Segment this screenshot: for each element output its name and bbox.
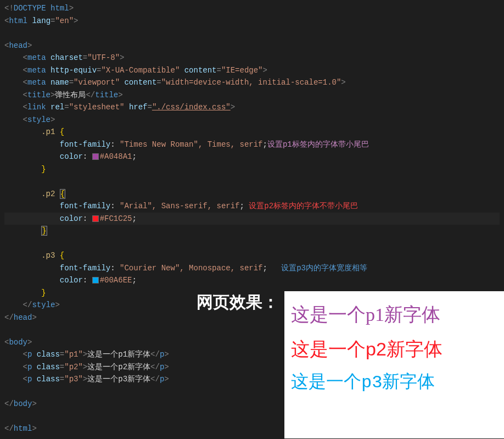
code-line	[4, 175, 500, 188]
code-line: <head>	[4, 40, 500, 52]
code-line: font-family: "Arial", Sans-serif, serif;…	[4, 200, 500, 213]
code-line: <meta http-equiv="X-UA-Compatible" conte…	[4, 64, 500, 77]
code-line: color: #00A6EE;	[4, 274, 500, 287]
preview-panel: 这是一个p1新字体 这是一个p2新字体 这是一个p3新字体	[284, 291, 504, 438]
code-line: font-family: "Courier New", Monospace, s…	[4, 262, 500, 275]
code-line: color: #FC1C25;	[4, 213, 500, 225]
code-line: .p1 {	[4, 126, 500, 138]
code-line: .p3 {	[4, 249, 500, 262]
code-line: font-family: "Times New Roman", Times, s…	[4, 138, 500, 151]
code-line: <title>弹性布局</title>	[4, 89, 500, 102]
color-swatch-icon	[92, 277, 99, 284]
code-line: color: #A048A1;	[4, 151, 500, 163]
code-line	[4, 237, 500, 250]
code-line: <meta charset="UTF-8">	[4, 52, 500, 64]
preview-p3: 这是一个p3新字体	[291, 369, 497, 397]
code-line: <html lang="en">	[4, 15, 500, 27]
code-line: <!DOCTYPE html>	[4, 2, 500, 15]
code-line	[4, 27, 500, 40]
color-swatch-icon	[92, 153, 99, 160]
code-line: <style>	[4, 114, 500, 126]
code-line: }	[4, 225, 500, 237]
preview-label: 网页效果：	[197, 291, 279, 314]
code-line: .p2 {	[4, 188, 500, 201]
preview-p2: 这是一个p2新字体	[291, 334, 497, 364]
code-line: <link rel="stylesheet" href="./css/index…	[4, 101, 500, 114]
code-line: }	[4, 163, 500, 176]
code-line: <meta name="viewport" content="width=dev…	[4, 76, 500, 89]
preview-p1: 这是一个p1新字体	[291, 300, 497, 330]
color-swatch-icon	[92, 215, 99, 222]
